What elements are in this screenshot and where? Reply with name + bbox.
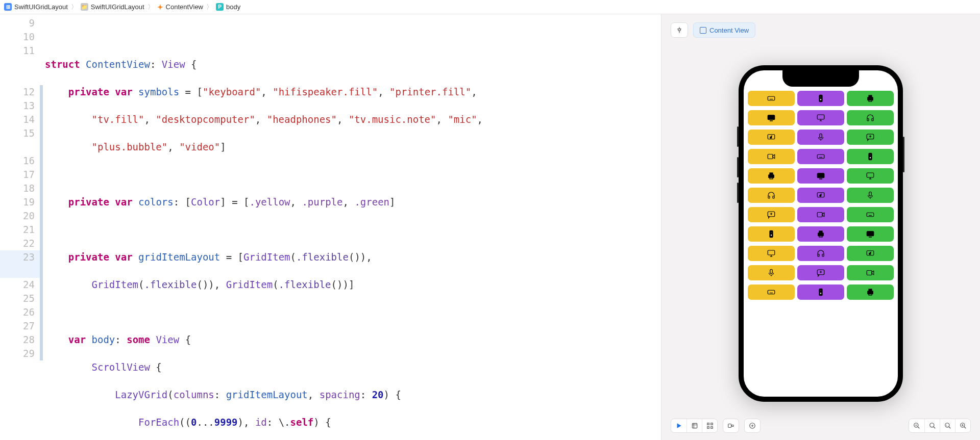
zoom-out-icon — [913, 422, 920, 429]
grid-tile — [797, 246, 844, 261]
svg-rect-65 — [867, 231, 874, 236]
svg-rect-26 — [817, 154, 824, 159]
svg-rect-45 — [773, 196, 774, 199]
grid-tile — [847, 226, 894, 242]
grid-tile — [847, 246, 894, 261]
mic-icon — [866, 191, 875, 200]
tv-fill-icon — [816, 171, 825, 180]
grid-tile — [748, 284, 795, 300]
grid-tile — [797, 149, 844, 164]
zoom-out-button[interactable] — [909, 419, 924, 432]
grid-tile — [797, 207, 844, 222]
breadcrumb: ⊞ SwiftUIGridLayout 〉 📁 SwiftUIGridLayou… — [0, 0, 980, 14]
svg-line-103 — [933, 427, 935, 429]
live-button[interactable] — [671, 419, 687, 432]
keyboard-icon — [767, 288, 776, 297]
svg-rect-0 — [768, 96, 775, 100]
preferences-button[interactable] — [745, 419, 760, 432]
plus-bubble-icon — [767, 210, 776, 219]
crumb-project[interactable]: ⊞ SwiftUIGridLayout — [4, 3, 68, 11]
zoom-100-button[interactable]: 1 — [940, 419, 955, 432]
crumb-label: ContentView — [166, 3, 203, 11]
grid-tile — [797, 168, 844, 184]
svg-rect-77 — [867, 271, 872, 275]
grid-tile — [797, 265, 844, 280]
svg-rect-39 — [817, 173, 824, 178]
grid-tile — [748, 91, 795, 106]
svg-rect-88 — [868, 291, 873, 294]
grid-tile — [797, 284, 844, 300]
svg-point-9 — [820, 98, 822, 100]
grid-tile — [748, 188, 795, 203]
code-area[interactable]: struct ContentView: View { private var s… — [43, 14, 661, 440]
grid-tile — [847, 91, 894, 106]
tv-fill-icon — [866, 229, 875, 239]
svg-point-61 — [770, 234, 772, 236]
chevron-right-icon: 〉 — [146, 3, 155, 12]
grid-tile — [748, 207, 795, 222]
selectable-icon — [691, 422, 698, 429]
svg-rect-94 — [707, 427, 709, 429]
printer-fill-icon — [767, 171, 776, 180]
pin-icon — [676, 27, 683, 34]
svg-rect-18 — [867, 119, 869, 121]
phone-screen — [744, 70, 898, 397]
grid-preview — [744, 70, 898, 397]
variants-button[interactable] — [702, 419, 717, 432]
svg-line-108 — [964, 427, 966, 429]
desktopcomputer-icon — [866, 171, 875, 180]
svg-text:1: 1 — [946, 424, 947, 427]
svg-rect-96 — [728, 424, 731, 428]
code-editor[interactable]: 9 10 11 12 13 14 15 16 17 18 19 20 21 22… — [0, 14, 661, 440]
tv-music-note-icon — [767, 133, 776, 142]
grid-tile — [748, 168, 795, 184]
printer-fill-icon — [816, 229, 825, 239]
variants-icon — [706, 422, 714, 429]
svg-rect-92 — [707, 423, 709, 425]
tv-fill-icon — [767, 113, 776, 122]
grid-tile — [797, 226, 844, 242]
headphones-icon — [767, 191, 776, 200]
svg-rect-15 — [817, 115, 824, 119]
line-gutter: 9 10 11 12 13 14 15 16 17 18 19 20 21 22… — [0, 14, 40, 440]
svg-rect-10 — [868, 97, 873, 100]
crumb-label: body — [226, 3, 240, 11]
grid-tile — [748, 110, 795, 125]
svg-rect-93 — [710, 423, 713, 425]
svg-rect-44 — [768, 196, 770, 199]
svg-rect-52 — [867, 213, 874, 217]
grid-tile — [797, 110, 844, 125]
svg-rect-78 — [768, 290, 775, 294]
selectable-button[interactable] — [687, 419, 702, 432]
svg-rect-51 — [817, 213, 822, 217]
pin-button[interactable] — [671, 22, 688, 38]
preview-selector[interactable]: Content View — [693, 22, 755, 38]
preview-canvas[interactable]: Content View — [661, 14, 980, 440]
zoom-in-button[interactable] — [955, 419, 970, 432]
svg-rect-21 — [820, 134, 822, 138]
crumb-label: SwiftUIGridLayout — [14, 3, 68, 11]
phone-notch — [782, 70, 859, 87]
video-icon — [816, 210, 825, 219]
mic-icon — [816, 133, 825, 142]
zoom-fit-button[interactable] — [924, 419, 940, 432]
crumb-file[interactable]: ✦ ContentView — [157, 3, 203, 11]
preferences-icon — [749, 422, 756, 429]
tv-music-note-icon — [816, 191, 825, 200]
hifispeaker-fill-icon — [767, 229, 776, 239]
grid-tile — [847, 284, 894, 300]
crumb-symbol[interactable]: P body — [216, 3, 240, 11]
svg-rect-36 — [769, 175, 774, 178]
grid-tile — [748, 130, 795, 145]
play-icon — [675, 422, 682, 429]
svg-point-87 — [820, 292, 822, 294]
device-settings-button[interactable] — [723, 419, 739, 432]
svg-line-100 — [918, 427, 920, 429]
grid-tile — [797, 130, 844, 145]
svg-point-8 — [820, 96, 821, 97]
grid-tile — [847, 265, 894, 280]
plus-bubble-icon — [866, 133, 875, 142]
keyboard-icon — [866, 210, 875, 219]
crumb-folder[interactable]: 📁 SwiftUIGridLayout — [81, 3, 144, 11]
svg-point-35 — [869, 157, 871, 159]
